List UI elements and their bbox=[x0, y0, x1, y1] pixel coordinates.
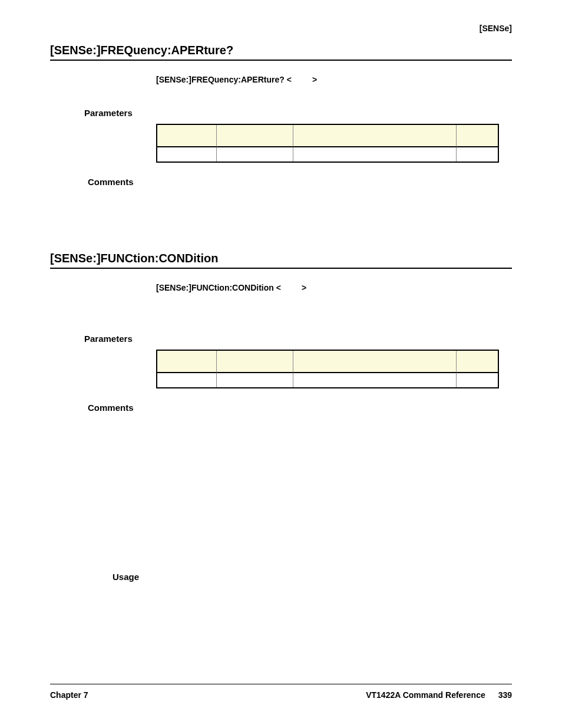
table-header-cell bbox=[293, 351, 457, 373]
parameters-label-2: Parameters bbox=[84, 334, 512, 344]
table-header-cell bbox=[157, 125, 217, 147]
table-cell bbox=[457, 147, 498, 162]
table-cell bbox=[157, 147, 217, 162]
usage-label: Usage bbox=[113, 572, 512, 582]
syntax-end-1: > bbox=[312, 75, 317, 84]
footer-right: VT1422A Command Reference 339 bbox=[366, 690, 512, 700]
syntax-line-1: [SENSe:]FREQuency:APERture? < > bbox=[156, 75, 512, 84]
section-title-frequency-aperture: [SENSe:]FREQuency:APERture? bbox=[50, 44, 512, 61]
comments-label-1: Comments bbox=[88, 177, 512, 187]
syntax-end-2: > bbox=[302, 283, 306, 292]
syntax-bold-1: [SENSe:]FREQuency:APERture? < bbox=[156, 75, 292, 84]
parameters-label-1: Parameters bbox=[84, 108, 512, 118]
table-header-cell bbox=[293, 125, 457, 147]
footer-doc-title: VT1422A Command Reference bbox=[366, 690, 485, 700]
table-header-cell bbox=[457, 125, 498, 147]
parameters-table-1 bbox=[156, 124, 499, 163]
table-cell bbox=[293, 373, 457, 387]
table-header-cell bbox=[157, 351, 217, 373]
header-section-label: [SENSe] bbox=[50, 24, 512, 33]
table-cell bbox=[217, 147, 293, 162]
footer-page-number: 339 bbox=[498, 690, 512, 700]
page-footer: Chapter 7 VT1422A Command Reference 339 bbox=[50, 684, 512, 700]
section-title-function-condition: [SENSe:]FUNCtion:CONDition bbox=[50, 252, 512, 269]
table-cell bbox=[157, 373, 217, 387]
parameters-table-2 bbox=[156, 350, 499, 388]
table-cell bbox=[217, 373, 293, 387]
table-header-cell bbox=[217, 125, 293, 147]
footer-chapter: Chapter 7 bbox=[50, 690, 88, 700]
syntax-line-2: [SENSe:]FUNCtion:CONDition < > bbox=[156, 283, 512, 292]
table-header-cell bbox=[217, 351, 293, 373]
table-cell bbox=[457, 373, 498, 387]
comments-label-2: Comments bbox=[88, 403, 512, 413]
table-header-cell bbox=[457, 351, 498, 373]
table-cell bbox=[293, 147, 457, 162]
syntax-bold-2: [SENSe:]FUNCtion:CONDition < bbox=[156, 283, 281, 292]
